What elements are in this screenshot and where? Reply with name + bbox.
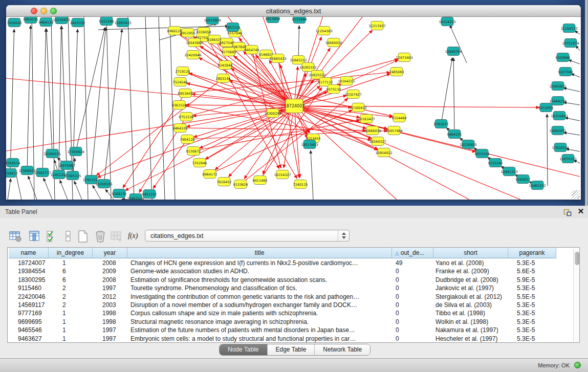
new-column-icon[interactable]: [76, 229, 90, 244]
graph-node[interactable]: 8853491: [178, 89, 193, 98]
node-table[interactable]: namein_degreeyeartitle△out_de...shortpag…: [7, 247, 580, 343]
scrollbar-thumb[interactable]: [575, 252, 579, 265]
graph-node[interactable]: 18300295: [264, 109, 281, 118]
graph-hub-node[interactable]: 18724007: [284, 99, 305, 113]
table-row[interactable]: 1938455462009Genome-wide association stu…: [8, 267, 572, 275]
graph-node[interactable]: 8964172: [203, 170, 217, 179]
network-canvas[interactable]: 8960128891295582260589827503165438828186…: [6, 17, 581, 200]
column-header-title[interactable]: title: [127, 248, 392, 258]
graph-node[interactable]: 12505135: [64, 171, 81, 180]
graph-node[interactable]: 8215955: [539, 103, 554, 112]
table-row[interactable]: 977716911998Corpus callosum shape and si…: [8, 309, 572, 317]
graph-node[interactable]: 10216455: [460, 140, 476, 149]
table-row[interactable]: 1830029562008Estimation of significance …: [8, 276, 572, 284]
delete-column-icon[interactable]: [93, 229, 107, 244]
graph-node[interactable]: 15685433: [269, 54, 286, 63]
graph-node[interactable]: 16265332: [299, 63, 316, 72]
graph-node[interactable]: 9464131: [447, 130, 462, 139]
graph-node[interactable]: 16154327: [274, 170, 291, 179]
graph-node[interactable]: 7240125: [293, 180, 308, 189]
show-columns-icon[interactable]: [28, 229, 42, 244]
deselect-all-icon[interactable]: [61, 229, 76, 244]
vertical-scrollbar[interactable]: [573, 249, 579, 342]
column-header-short[interactable]: short: [433, 248, 508, 258]
tab-edge-table[interactable]: Edge Table: [268, 344, 315, 355]
graph-node[interactable]: 8451332: [142, 190, 157, 199]
graph-node[interactable]: 17359924: [67, 147, 84, 156]
graph-node[interactable]: 8915334: [475, 149, 490, 158]
table-tabs[interactable]: Node TableEdge TableNetwork Table: [219, 344, 371, 356]
graph-node[interactable]: 10164211: [338, 77, 355, 85]
graph-node[interactable]: 7904120: [180, 135, 195, 144]
graph-node[interactable]: 12973493: [396, 53, 412, 62]
graph-node[interactable]: 9133624: [233, 180, 248, 189]
close-panel-icon[interactable]: ✕: [576, 207, 585, 216]
graph-node[interactable]: 17016534: [552, 143, 569, 152]
combo-stepper-icon[interactable]: [338, 230, 349, 241]
graph-node[interactable]: 12942737: [34, 168, 51, 177]
graph-node[interactable]: 18957984: [385, 126, 402, 135]
table-row[interactable]: 1456911722003Disruption of a novel membe…: [8, 301, 572, 309]
graph-node[interactable]: 10163427: [358, 115, 375, 123]
graph-node[interactable]: 9575135: [326, 85, 341, 94]
graph-node[interactable]: 10954912: [375, 148, 392, 157]
graph-node[interactable]: 10216453: [53, 17, 70, 24]
graph-node[interactable]: 8912955: [181, 29, 195, 37]
graph-node[interactable]: 9464133: [39, 18, 54, 27]
graph-node[interactable]: 8813054: [266, 17, 280, 23]
graph-node[interactable]: 9464105: [173, 124, 188, 133]
graph-node[interactable]: 7616452: [217, 178, 232, 186]
graph-node[interactable]: 9150413: [6, 169, 17, 178]
table-mode-icon[interactable]: [8, 229, 23, 244]
graph-node[interactable]: 11675333: [559, 155, 576, 163]
column-header-pagerank[interactable]: pagerank: [508, 248, 556, 258]
graph-node[interactable]: 10686039: [364, 126, 381, 135]
graph-node[interactable]: 8350514: [6, 159, 20, 167]
resize-grip-icon[interactable]: [572, 190, 580, 199]
graph-node[interactable]: 15692971: [549, 126, 566, 135]
graph-node[interactable]: 20206535: [43, 149, 60, 158]
graph-node[interactable]: 11254393: [315, 27, 332, 35]
function-builder-icon[interactable]: f(x): [128, 232, 138, 240]
network-window-titlebar[interactable]: citations_edges.txt: [6, 5, 581, 17]
graph-node[interactable]: 10461532: [529, 181, 546, 190]
graph-node[interactable]: 19751074: [562, 39, 579, 48]
graph-node[interactable]: 11568023: [18, 166, 35, 175]
graph-node[interactable]: 2803144: [216, 74, 231, 83]
graph-node[interactable]: 8130672: [186, 147, 201, 156]
graph-node[interactable]: 11095413: [114, 18, 131, 27]
graph-node[interactable]: 10154213: [439, 17, 455, 26]
graph-node[interactable]: 7524546: [173, 78, 188, 86]
graph-node[interactable]: 8415332: [71, 18, 85, 27]
graph-node[interactable]: 11154133: [560, 24, 577, 33]
graph-node[interactable]: 16648784: [445, 47, 462, 56]
float-panel-icon[interactable]: [563, 208, 572, 217]
column-header-out_de[interactable]: △out_de...: [392, 248, 433, 258]
table-row[interactable]: 969969511998Structural magnetic resonanc…: [8, 318, 572, 326]
graph-node[interactable]: 16543882: [186, 38, 203, 47]
table-row[interactable]: 1872400712008Changes of HCN gene express…: [8, 259, 572, 267]
graph-node[interactable]: 9245012: [516, 175, 531, 184]
table-row[interactable]: 946554611997Estimation of the future num…: [8, 326, 572, 334]
graph-node[interactable]: 2718120: [176, 67, 190, 76]
table-row[interactable]: 911546021997Tourette syndrome. Phenomeno…: [8, 284, 572, 292]
tab-network-table[interactable]: Network Table: [315, 344, 370, 355]
graph-node[interactable]: 8954131: [24, 17, 38, 24]
graph-node[interactable]: 7485083: [389, 68, 404, 76]
column-header-name[interactable]: name: [9, 248, 49, 258]
network-window[interactable]: citations_edges.txt 89601288912955822605…: [6, 5, 581, 200]
graph-node[interactable]: 8791977: [434, 120, 449, 128]
graph-node[interactable]: 9329966: [556, 53, 571, 62]
graph-node[interactable]: 22420046: [184, 51, 201, 59]
table-row[interactable]: 2242004622012Investigating the contribut…: [8, 293, 572, 301]
graph-node[interactable]: 9151246: [99, 17, 114, 26]
graph-node[interactable]: 8751536: [179, 113, 194, 121]
graph-node[interactable]: 9154469: [392, 114, 407, 122]
graph-node[interactable]: 7857224: [226, 23, 241, 32]
tab-node-table[interactable]: Node Table: [220, 344, 268, 355]
graph-node[interactable]: 8454749: [245, 46, 259, 54]
graph-node[interactable]: 8131044: [292, 17, 307, 24]
column-header-in_degree[interactable]: in_degree: [49, 248, 93, 258]
graph-node[interactable]: 7916543: [7, 18, 22, 27]
table-select-combo[interactable]: citations_edges.txt: [145, 230, 350, 242]
